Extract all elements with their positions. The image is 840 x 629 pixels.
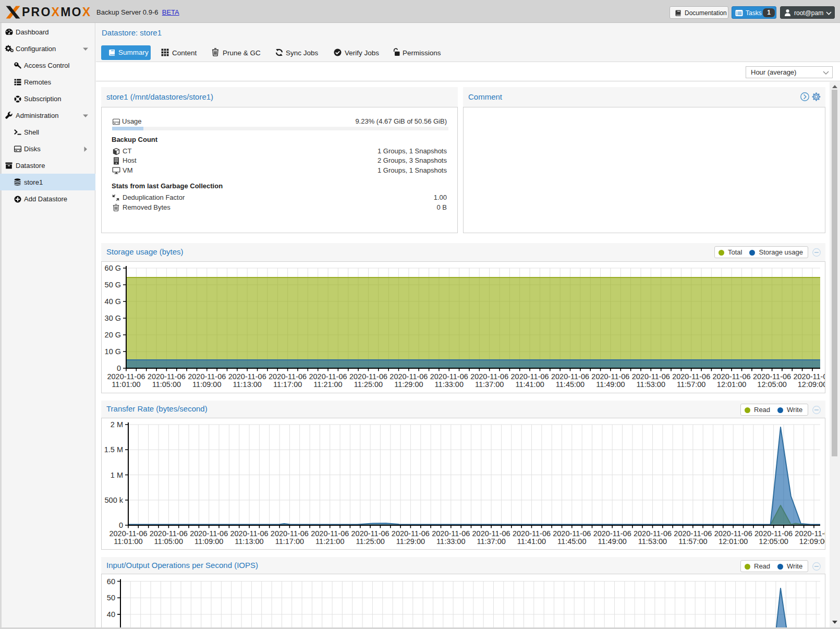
- svg-text:2020-11-06: 2020-11-06: [793, 372, 825, 381]
- svg-text:60: 60: [107, 577, 115, 586]
- svg-text:11:13:00: 11:13:00: [235, 537, 263, 546]
- svg-text:60 G: 60 G: [105, 264, 121, 272]
- svg-text:2020-11-06: 2020-11-06: [107, 372, 145, 381]
- svg-text:2020-11-06: 2020-11-06: [311, 529, 349, 538]
- svg-text:12:05:00: 12:05:00: [759, 537, 788, 546]
- svg-text:2020-11-06: 2020-11-06: [553, 529, 591, 538]
- svg-text:500 k: 500 k: [105, 496, 124, 504]
- svg-text:11:57:00: 11:57:00: [678, 537, 707, 546]
- svg-text:1 M: 1 M: [111, 471, 123, 479]
- svg-text:20 G: 20 G: [105, 331, 121, 339]
- svg-text:2020-11-06: 2020-11-06: [351, 529, 389, 538]
- svg-text:12:01:00: 12:01:00: [719, 537, 748, 546]
- svg-text:2020-11-06: 2020-11-06: [349, 372, 387, 381]
- svg-text:10 G: 10 G: [105, 347, 121, 356]
- svg-text:50: 50: [107, 594, 115, 602]
- svg-text:11:49:00: 11:49:00: [596, 380, 625, 389]
- svg-text:2020-11-06: 2020-11-06: [632, 372, 670, 381]
- svg-text:30 G: 30 G: [105, 314, 121, 322]
- svg-text:11:37:00: 11:37:00: [475, 380, 504, 389]
- svg-text:11:41:00: 11:41:00: [517, 537, 546, 546]
- svg-text:2020-11-06: 2020-11-06: [148, 372, 186, 381]
- svg-text:2020-11-06: 2020-11-06: [754, 529, 793, 538]
- svg-text:11:09:00: 11:09:00: [192, 380, 221, 389]
- svg-text:2020-11-06: 2020-11-06: [513, 529, 551, 538]
- svg-text:2020-11-06: 2020-11-06: [591, 372, 629, 381]
- svg-text:11:53:00: 11:53:00: [638, 537, 667, 546]
- svg-text:11:01:00: 11:01:00: [112, 380, 140, 389]
- svg-text:11:05:00: 11:05:00: [152, 380, 181, 389]
- svg-text:12:05:00: 12:05:00: [757, 380, 786, 389]
- svg-text:2020-11-06: 2020-11-06: [309, 372, 347, 381]
- svg-text:0: 0: [117, 364, 121, 372]
- svg-text:12:01:00: 12:01:00: [717, 380, 746, 389]
- svg-text:2020-11-06: 2020-11-06: [714, 529, 752, 538]
- svg-text:11:49:00: 11:49:00: [598, 537, 627, 546]
- svg-text:2020-11-06: 2020-11-06: [190, 529, 228, 538]
- svg-text:1.5 M: 1.5 M: [104, 445, 123, 454]
- svg-text:2020-11-06: 2020-11-06: [230, 529, 268, 538]
- svg-text:2020-11-06: 2020-11-06: [432, 529, 470, 538]
- svg-text:2020-11-06: 2020-11-06: [271, 529, 309, 538]
- svg-text:11:33:00: 11:33:00: [436, 537, 465, 546]
- svg-text:2020-11-06: 2020-11-06: [634, 529, 672, 538]
- svg-text:2020-11-06: 2020-11-06: [269, 372, 307, 381]
- svg-text:2020-11-06: 2020-11-06: [150, 529, 188, 538]
- svg-text:12:09:00: 12:09:00: [799, 537, 825, 546]
- svg-text:11:05:00: 11:05:00: [154, 537, 183, 546]
- svg-text:40 G: 40 G: [105, 297, 121, 306]
- svg-text:11:33:00: 11:33:00: [435, 380, 464, 389]
- svg-text:11:45:00: 11:45:00: [556, 380, 585, 389]
- svg-text:2020-11-06: 2020-11-06: [430, 372, 468, 381]
- svg-text:2 M: 2 M: [111, 420, 123, 429]
- svg-text:2020-11-06: 2020-11-06: [228, 372, 266, 381]
- svg-text:50 G: 50 G: [105, 281, 121, 289]
- svg-text:2020-11-06: 2020-11-06: [674, 529, 712, 538]
- svg-text:2020-11-06: 2020-11-06: [672, 372, 710, 381]
- svg-text:11:17:00: 11:17:00: [275, 537, 304, 546]
- svg-text:11:09:00: 11:09:00: [194, 537, 223, 546]
- svg-text:2020-11-06: 2020-11-06: [472, 529, 510, 538]
- svg-text:2020-11-06: 2020-11-06: [593, 529, 631, 538]
- svg-text:PROXMOX: PROXMOX: [22, 6, 91, 18]
- svg-text:2020-11-06: 2020-11-06: [389, 372, 428, 381]
- svg-text:11:21:00: 11:21:00: [315, 537, 344, 546]
- svg-text:2020-11-06: 2020-11-06: [392, 529, 430, 538]
- svg-text:0: 0: [119, 521, 123, 529]
- svg-text:2020-11-06: 2020-11-06: [470, 372, 508, 381]
- svg-text:11:57:00: 11:57:00: [677, 380, 705, 389]
- svg-text:11:53:00: 11:53:00: [637, 380, 665, 389]
- svg-text:2020-11-06: 2020-11-06: [109, 529, 147, 538]
- svg-text:11:37:00: 11:37:00: [477, 537, 505, 546]
- svg-text:11:01:00: 11:01:00: [114, 537, 142, 546]
- svg-text:11:29:00: 11:29:00: [394, 380, 423, 389]
- svg-text:2020-11-06: 2020-11-06: [551, 372, 589, 381]
- svg-text:11:29:00: 11:29:00: [396, 537, 425, 546]
- svg-text:2020-11-06: 2020-11-06: [795, 529, 825, 538]
- svg-text:11:25:00: 11:25:00: [354, 380, 383, 389]
- svg-text:12:09:00: 12:09:00: [798, 380, 825, 389]
- svg-text:2020-11-06: 2020-11-06: [188, 372, 226, 381]
- svg-text:11:13:00: 11:13:00: [233, 380, 262, 389]
- svg-text:40: 40: [107, 610, 115, 619]
- svg-text:11:41:00: 11:41:00: [515, 380, 544, 389]
- svg-text:11:45:00: 11:45:00: [557, 537, 586, 546]
- svg-text:11:21:00: 11:21:00: [313, 380, 342, 389]
- svg-text:2020-11-06: 2020-11-06: [753, 372, 791, 381]
- svg-text:2020-11-06: 2020-11-06: [511, 372, 549, 381]
- svg-text:2020-11-06: 2020-11-06: [713, 372, 751, 381]
- svg-text:11:25:00: 11:25:00: [356, 537, 384, 546]
- svg-text:11:17:00: 11:17:00: [273, 380, 302, 389]
